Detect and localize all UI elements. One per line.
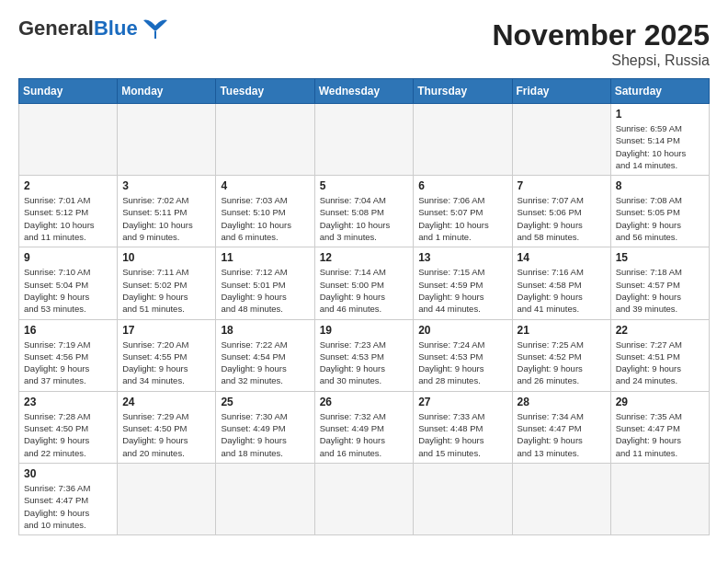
day-info: Sunrise: 7:19 AM Sunset: 4:56 PM Dayligh… — [24, 339, 112, 387]
day-info: Sunrise: 7:23 AM Sunset: 4:53 PM Dayligh… — [320, 339, 409, 387]
day-number: 13 — [418, 251, 506, 264]
calendar-cell: 16Sunrise: 7:19 AM Sunset: 4:56 PM Dayli… — [19, 319, 118, 391]
calendar-cell: 10Sunrise: 7:11 AM Sunset: 5:02 PM Dayli… — [118, 247, 216, 319]
day-number: 16 — [24, 324, 112, 337]
day-number: 27 — [418, 396, 506, 408]
calendar-row: 30Sunrise: 7:36 AM Sunset: 4:47 PM Dayli… — [19, 463, 710, 534]
logo-text: GeneralBlue — [18, 18, 138, 39]
calendar-cell: 15Sunrise: 7:18 AM Sunset: 4:57 PM Dayli… — [610, 247, 709, 319]
day-info: Sunrise: 7:25 AM Sunset: 4:52 PM Dayligh… — [518, 339, 606, 387]
calendar-cell: 20Sunrise: 7:24 AM Sunset: 4:53 PM Dayli… — [414, 319, 512, 391]
day-info: Sunrise: 7:24 AM Sunset: 4:53 PM Dayligh… — [418, 339, 506, 387]
calendar-row: 23Sunrise: 7:28 AM Sunset: 4:50 PM Dayli… — [19, 391, 710, 463]
weekday-header-thursday: Thursday — [414, 79, 512, 104]
calendar-cell — [118, 104, 216, 176]
day-number: 25 — [221, 396, 309, 408]
day-number: 11 — [221, 251, 309, 264]
day-info: Sunrise: 7:06 AM Sunset: 5:07 PM Dayligh… — [418, 194, 506, 243]
calendar-cell — [216, 463, 314, 534]
calendar-cell: 7Sunrise: 7:07 AM Sunset: 5:06 PM Daylig… — [512, 176, 610, 247]
calendar-cell — [414, 104, 512, 176]
calendar-cell: 26Sunrise: 7:32 AM Sunset: 4:49 PM Dayli… — [314, 391, 414, 463]
calendar-cell — [118, 463, 216, 534]
day-info: Sunrise: 7:10 AM Sunset: 5:04 PM Dayligh… — [24, 266, 112, 315]
day-info: Sunrise: 7:29 AM Sunset: 4:50 PM Dayligh… — [122, 410, 210, 459]
day-number: 9 — [24, 251, 112, 264]
calendar-cell — [512, 463, 610, 534]
calendar-row: 1Sunrise: 6:59 AM Sunset: 5:14 PM Daylig… — [19, 104, 710, 176]
weekday-header-tuesday: Tuesday — [216, 79, 314, 104]
day-info: Sunrise: 7:32 AM Sunset: 4:49 PM Dayligh… — [320, 410, 409, 459]
day-info: Sunrise: 7:18 AM Sunset: 4:57 PM Dayligh… — [616, 266, 704, 315]
day-info: Sunrise: 7:07 AM Sunset: 5:06 PM Dayligh… — [518, 194, 606, 243]
calendar-cell: 24Sunrise: 7:29 AM Sunset: 4:50 PM Dayli… — [118, 391, 216, 463]
day-number: 15 — [616, 251, 704, 264]
calendar-cell: 28Sunrise: 7:34 AM Sunset: 4:47 PM Dayli… — [512, 391, 610, 463]
calendar-row: 9Sunrise: 7:10 AM Sunset: 5:04 PM Daylig… — [19, 247, 710, 319]
logo-blue: Blue — [94, 17, 138, 40]
day-info: Sunrise: 7:20 AM Sunset: 4:55 PM Dayligh… — [122, 339, 210, 387]
calendar-cell: 4Sunrise: 7:03 AM Sunset: 5:10 PM Daylig… — [216, 176, 314, 247]
calendar-cell: 22Sunrise: 7:27 AM Sunset: 4:51 PM Dayli… — [610, 319, 709, 391]
day-info: Sunrise: 7:15 AM Sunset: 4:59 PM Dayligh… — [418, 266, 506, 315]
weekday-header-wednesday: Wednesday — [314, 79, 414, 104]
day-number: 17 — [122, 324, 210, 337]
calendar-cell: 19Sunrise: 7:23 AM Sunset: 4:53 PM Dayli… — [314, 319, 414, 391]
day-info: Sunrise: 7:11 AM Sunset: 5:02 PM Dayligh… — [122, 266, 210, 315]
day-info: Sunrise: 7:04 AM Sunset: 5:08 PM Dayligh… — [320, 194, 409, 243]
day-number: 1 — [616, 108, 704, 121]
day-info: Sunrise: 7:03 AM Sunset: 5:10 PM Dayligh… — [221, 194, 309, 243]
weekday-header-friday: Friday — [512, 79, 610, 104]
day-number: 19 — [320, 324, 409, 337]
day-number: 21 — [518, 324, 606, 337]
calendar-cell: 23Sunrise: 7:28 AM Sunset: 4:50 PM Dayli… — [19, 391, 118, 463]
calendar-cell: 13Sunrise: 7:15 AM Sunset: 4:59 PM Dayli… — [414, 247, 512, 319]
day-number: 14 — [518, 251, 606, 264]
day-info: Sunrise: 7:14 AM Sunset: 5:00 PM Dayligh… — [320, 266, 409, 315]
day-number: 6 — [418, 179, 506, 192]
weekday-header-saturday: Saturday — [610, 79, 709, 104]
page-header: GeneralBlue November 2025 Shepsi, Russia — [18, 18, 710, 69]
calendar-cell: 9Sunrise: 7:10 AM Sunset: 5:04 PM Daylig… — [19, 247, 118, 319]
day-number: 28 — [518, 396, 606, 408]
day-info: Sunrise: 7:34 AM Sunset: 4:47 PM Dayligh… — [518, 410, 606, 459]
calendar-cell — [610, 463, 709, 534]
calendar-cell — [314, 463, 414, 534]
day-info: Sunrise: 7:28 AM Sunset: 4:50 PM Dayligh… — [24, 410, 112, 459]
day-number: 7 — [518, 179, 606, 192]
day-number: 29 — [616, 396, 704, 408]
calendar-cell — [216, 104, 314, 176]
month-title: November 2025 — [492, 18, 710, 52]
day-number: 12 — [320, 251, 409, 264]
day-info: Sunrise: 7:22 AM Sunset: 4:54 PM Dayligh… — [221, 339, 309, 387]
day-info: Sunrise: 7:30 AM Sunset: 4:49 PM Dayligh… — [221, 410, 309, 459]
day-number: 3 — [122, 179, 210, 192]
calendar-cell — [512, 104, 610, 176]
day-number: 23 — [24, 396, 112, 408]
calendar-cell: 29Sunrise: 7:35 AM Sunset: 4:47 PM Dayli… — [610, 391, 709, 463]
logo-general: General — [18, 17, 94, 40]
day-number: 30 — [24, 467, 112, 480]
day-info: Sunrise: 7:16 AM Sunset: 4:58 PM Dayligh… — [518, 266, 606, 315]
calendar-cell: 5Sunrise: 7:04 AM Sunset: 5:08 PM Daylig… — [314, 176, 414, 247]
calendar-cell: 3Sunrise: 7:02 AM Sunset: 5:11 PM Daylig… — [118, 176, 216, 247]
day-info: Sunrise: 7:08 AM Sunset: 5:05 PM Dayligh… — [616, 194, 704, 243]
day-number: 8 — [616, 179, 704, 192]
day-info: Sunrise: 7:02 AM Sunset: 5:11 PM Dayligh… — [122, 194, 210, 243]
day-number: 22 — [616, 324, 704, 337]
calendar-cell: 21Sunrise: 7:25 AM Sunset: 4:52 PM Dayli… — [512, 319, 610, 391]
calendar-row: 2Sunrise: 7:01 AM Sunset: 5:12 PM Daylig… — [19, 176, 710, 247]
calendar-cell: 18Sunrise: 7:22 AM Sunset: 4:54 PM Dayli… — [216, 319, 314, 391]
calendar-cell: 30Sunrise: 7:36 AM Sunset: 4:47 PM Dayli… — [19, 463, 118, 534]
calendar-cell — [414, 463, 512, 534]
calendar-cell: 17Sunrise: 7:20 AM Sunset: 4:55 PM Dayli… — [118, 319, 216, 391]
day-info: Sunrise: 7:36 AM Sunset: 4:47 PM Dayligh… — [24, 482, 112, 531]
calendar-cell: 14Sunrise: 7:16 AM Sunset: 4:58 PM Dayli… — [512, 247, 610, 319]
day-info: Sunrise: 7:33 AM Sunset: 4:48 PM Dayligh… — [418, 410, 506, 459]
logo: GeneralBlue — [18, 18, 169, 39]
day-number: 26 — [320, 396, 409, 408]
day-number: 5 — [320, 179, 409, 192]
calendar-cell: 25Sunrise: 7:30 AM Sunset: 4:49 PM Dayli… — [216, 391, 314, 463]
calendar-cell: 6Sunrise: 7:06 AM Sunset: 5:07 PM Daylig… — [414, 176, 512, 247]
day-info: Sunrise: 7:27 AM Sunset: 4:51 PM Dayligh… — [616, 339, 704, 387]
